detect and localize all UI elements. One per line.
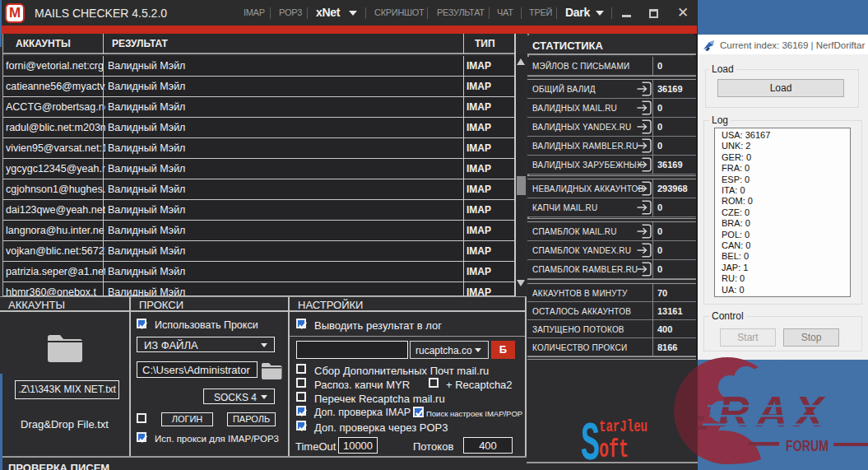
- svg-text:tarJleu: tarJleu: [599, 417, 648, 436]
- svg-text:RAX: RAX: [718, 388, 831, 435]
- svg-text:S: S: [581, 413, 600, 467]
- svg-text:FORUM: FORUM: [786, 437, 829, 454]
- svg-text:oft: oft: [599, 435, 629, 464]
